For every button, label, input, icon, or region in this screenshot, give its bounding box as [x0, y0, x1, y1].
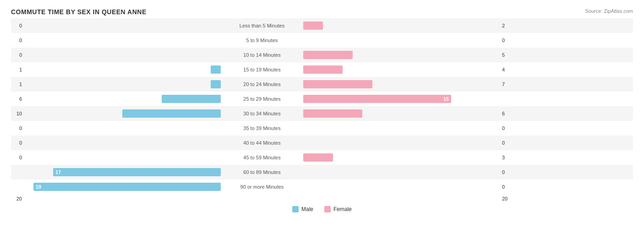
female-value-label: 7 [500, 81, 517, 87]
table-row: 1030 to 34 Minutes6 [11, 106, 633, 121]
legend-male: Male [292, 206, 313, 212]
row-label: 25 to 29 Minutes [221, 96, 303, 102]
male-value-label: 10 [11, 111, 24, 116]
male-bar-area [24, 51, 221, 59]
female-bar-area [303, 183, 500, 191]
row-label: Less than 5 Minutes [221, 23, 303, 28]
female-value-label: 0 [500, 125, 517, 131]
table-row: 1990 or more Minutes0 [11, 179, 633, 194]
female-value-label: 0 [500, 169, 517, 175]
female-bar-area [303, 124, 500, 132]
female-bar-area [303, 36, 500, 44]
male-value-label: 0 [11, 52, 24, 58]
table-row: 045 to 59 Minutes3 [11, 150, 633, 165]
table-row: 120 to 24 Minutes7 [11, 77, 633, 92]
female-bar-area [303, 109, 500, 118]
female-bar-area [303, 80, 500, 88]
legend-male-box [292, 206, 299, 212]
row-label: 45 to 59 Minutes [221, 155, 303, 160]
row-label: 5 to 9 Minutes [221, 38, 303, 43]
male-bar-area [24, 95, 221, 103]
male-value-label: 0 [11, 155, 24, 160]
female-bar-area [303, 51, 500, 59]
table-row: 0Less than 5 Minutes2 [11, 18, 633, 33]
male-value-label: 6 [11, 96, 24, 102]
female-bar-area [303, 153, 500, 162]
row-label: 20 to 24 Minutes [221, 81, 303, 87]
row-label: 60 to 89 Minutes [221, 169, 303, 175]
chart-title: COMMUTE TIME BY SEX IN QUEEN ANNE [11, 8, 633, 16]
female-bar-area [303, 65, 500, 74]
table-row: 040 to 44 Minutes0 [11, 136, 633, 150]
axis-row: 20 20 [11, 194, 633, 202]
row-label: 35 to 39 Minutes [221, 125, 303, 131]
row-label: 10 to 14 Minutes [221, 52, 303, 58]
table-row: 625 to 29 Minutes15 [11, 92, 633, 106]
female-bar [303, 153, 333, 162]
female-value-label: 3 [500, 155, 517, 160]
female-value-label: 6 [500, 111, 517, 116]
legend: Male Female [11, 206, 633, 212]
male-bar-area [24, 22, 221, 30]
male-bar-area: 17 [24, 168, 221, 176]
chart-container: COMMUTE TIME BY SEX IN QUEEN ANNE Source… [0, 0, 644, 239]
table-row: 035 to 39 Minutes0 [11, 121, 633, 136]
female-bar [303, 51, 353, 59]
male-value-label: 0 [11, 23, 24, 28]
male-value-label: 0 [11, 125, 24, 131]
male-bar-area: 19 [24, 183, 221, 191]
female-bar-area [303, 168, 500, 176]
chart-inner: 0Less than 5 Minutes205 to 9 Minutes0010… [11, 18, 633, 194]
row-label: 40 to 44 Minutes [221, 140, 303, 146]
legend-female-box [324, 206, 331, 212]
row-label: 90 or more Minutes [221, 184, 303, 190]
legend-male-label: Male [301, 206, 313, 212]
male-bar-area [24, 80, 221, 88]
male-bar: 17 [53, 168, 221, 176]
female-value-label: 0 [500, 184, 517, 190]
table-row: 05 to 9 Minutes0 [11, 33, 633, 48]
female-value-label: 5 [500, 52, 517, 58]
male-bar-area [24, 36, 221, 44]
male-value-label: 0 [11, 140, 24, 146]
axis-right-label: 20 [500, 196, 517, 201]
female-bar-area: 15 [303, 95, 500, 103]
male-bar-area [24, 109, 221, 118]
row-label: 15 to 19 Minutes [221, 67, 303, 72]
table-row: 115 to 19 Minutes4 [11, 62, 633, 77]
female-bar: 15 [303, 95, 451, 103]
legend-female: Female [324, 206, 352, 212]
male-bar-area [24, 139, 221, 147]
table-row: 1760 to 89 Minutes0 [11, 165, 633, 179]
female-bar [303, 22, 323, 30]
legend-female-label: Female [333, 206, 352, 212]
female-value-label: 0 [500, 38, 517, 43]
female-bar [303, 80, 372, 88]
female-value-label: 4 [500, 67, 517, 72]
male-bar [122, 109, 221, 118]
table-row: 010 to 14 Minutes5 [11, 48, 633, 62]
male-bar [162, 95, 221, 103]
male-value-label: 1 [11, 81, 24, 87]
male-bar-area [24, 65, 221, 74]
male-bar [211, 65, 221, 74]
male-bar-area [24, 124, 221, 132]
row-label: 30 to 34 Minutes [221, 111, 303, 116]
female-value-label: 0 [500, 140, 517, 146]
male-bar [211, 80, 221, 88]
axis-left-label: 20 [11, 196, 24, 201]
male-bar: 19 [33, 183, 221, 191]
female-bar-area [303, 22, 500, 30]
female-bar [303, 109, 362, 118]
female-bar [303, 65, 343, 74]
female-bar-area [303, 139, 500, 147]
male-bar-area [24, 153, 221, 162]
male-value-label: 1 [11, 67, 24, 72]
source-label: Source: ZipAtlas.com [585, 8, 633, 14]
male-value-label: 0 [11, 38, 24, 43]
female-value-label: 2 [500, 23, 517, 28]
